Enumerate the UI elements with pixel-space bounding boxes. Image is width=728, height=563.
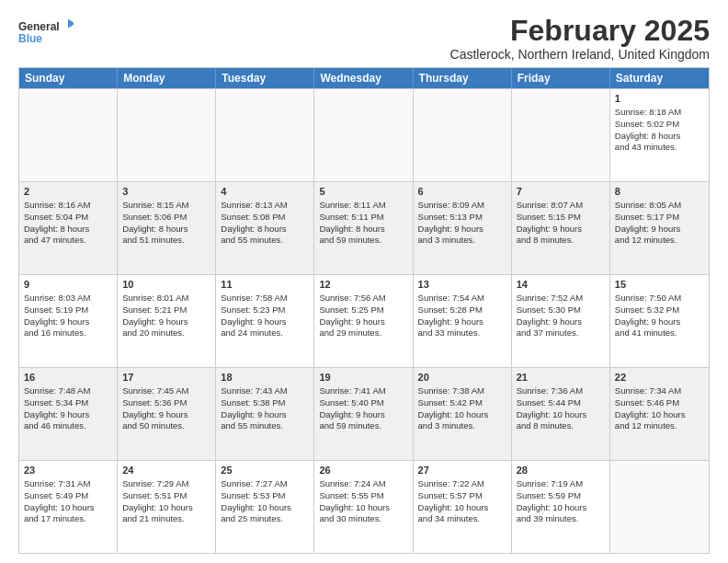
title-block: February 2025 Castlerock, Northern Irela… <box>450 15 710 62</box>
day-info: Daylight: 10 hours <box>319 502 407 514</box>
day-info: Sunrise: 7:50 AM <box>615 293 704 304</box>
day-info: Sunset: 5:40 PM <box>319 397 407 409</box>
day-info: Sunrise: 7:31 AM <box>24 478 112 490</box>
day-info: Sunrise: 8:05 AM <box>615 200 704 212</box>
day-info: Sunset: 5:55 PM <box>319 490 407 502</box>
day-info: Sunrise: 8:03 AM <box>24 293 112 304</box>
day-info: Sunset: 5:59 PM <box>517 490 605 502</box>
empty-cell <box>118 89 216 181</box>
day-info: and 37 minutes. <box>517 327 605 339</box>
day-info: Sunset: 5:28 PM <box>418 304 506 316</box>
day-info: Sunset: 5:42 PM <box>418 397 506 409</box>
day-info: Sunrise: 8:13 AM <box>221 200 309 212</box>
day-info: Sunrise: 7:36 AM <box>517 385 605 397</box>
day-info: and 20 minutes. <box>122 327 210 339</box>
calendar-row: 9Sunrise: 8:03 AMSunset: 5:19 PMDaylight… <box>19 274 709 367</box>
svg-marker-2 <box>68 19 74 29</box>
day-number: 23 <box>24 464 112 477</box>
day-info: Daylight: 8 hours <box>319 224 407 236</box>
day-info: Sunrise: 8:16 AM <box>24 200 112 212</box>
day-info: Sunset: 5:21 PM <box>122 304 210 316</box>
calendar-cell: 10Sunrise: 8:01 AMSunset: 5:21 PMDayligh… <box>118 275 216 367</box>
day-number: 11 <box>221 278 309 292</box>
day-info: Sunrise: 7:43 AM <box>221 385 309 397</box>
empty-cell <box>314 89 413 181</box>
calendar-cell: 17Sunrise: 7:45 AMSunset: 5:36 PMDayligh… <box>118 368 216 460</box>
day-info: Daylight: 9 hours <box>418 224 506 236</box>
day-number: 6 <box>418 185 506 199</box>
day-info: Sunrise: 7:45 AM <box>122 385 210 397</box>
day-number: 8 <box>615 185 704 199</box>
empty-cell <box>610 461 709 553</box>
day-info: and 29 minutes. <box>319 327 407 339</box>
day-info: and 55 minutes. <box>221 420 309 432</box>
calendar-cell: 7Sunrise: 8:07 AMSunset: 5:15 PMDaylight… <box>512 182 610 274</box>
calendar-cell: 9Sunrise: 8:03 AMSunset: 5:19 PMDaylight… <box>19 275 118 367</box>
day-info: Sunrise: 8:07 AM <box>517 200 605 212</box>
day-info: and 12 minutes. <box>615 235 704 247</box>
day-info: Daylight: 8 hours <box>122 224 210 236</box>
calendar-cell: 5Sunrise: 8:11 AMSunset: 5:11 PMDaylight… <box>314 182 413 274</box>
day-number: 15 <box>615 278 704 292</box>
day-info: Sunrise: 7:41 AM <box>319 385 407 397</box>
day-info: Sunset: 5:13 PM <box>418 212 506 224</box>
day-info: Sunrise: 7:54 AM <box>418 293 506 304</box>
day-info: Daylight: 9 hours <box>319 316 407 328</box>
day-info: Daylight: 10 hours <box>517 502 605 514</box>
day-info: Sunrise: 7:27 AM <box>221 478 309 490</box>
day-info: Daylight: 9 hours <box>517 224 605 236</box>
logo-svg: General Blue <box>18 15 74 52</box>
calendar-row: 16Sunrise: 7:48 AMSunset: 5:34 PMDayligh… <box>19 367 709 460</box>
empty-cell <box>216 89 314 181</box>
day-info: Daylight: 9 hours <box>24 409 112 421</box>
day-number: 18 <box>221 371 309 385</box>
day-info: Daylight: 10 hours <box>24 502 112 514</box>
day-number: 7 <box>517 185 605 199</box>
day-info: Sunset: 5:11 PM <box>319 212 407 224</box>
day-info: Sunrise: 7:38 AM <box>418 385 506 397</box>
day-number: 17 <box>122 371 210 385</box>
main-title: February 2025 <box>450 15 710 47</box>
day-number: 28 <box>517 464 605 477</box>
calendar-cell: 12Sunrise: 7:56 AMSunset: 5:25 PMDayligh… <box>314 275 413 367</box>
day-info: Sunset: 5:46 PM <box>615 397 704 409</box>
day-info: Sunset: 5:08 PM <box>221 212 309 224</box>
empty-cell <box>19 89 118 181</box>
day-number: 27 <box>418 464 506 477</box>
calendar-row: 1Sunrise: 8:18 AMSunset: 5:02 PMDaylight… <box>19 88 709 181</box>
day-info: and 24 minutes. <box>221 327 309 339</box>
weekday-header: Sunday <box>19 68 118 88</box>
day-info: and 3 minutes. <box>418 420 506 432</box>
day-info: Sunset: 5:36 PM <box>122 397 210 409</box>
day-number: 21 <box>517 371 605 385</box>
day-info: Daylight: 9 hours <box>517 316 605 328</box>
day-number: 16 <box>24 371 112 385</box>
day-number: 2 <box>24 185 112 199</box>
day-number: 14 <box>517 278 605 292</box>
day-info: Daylight: 9 hours <box>24 316 112 328</box>
day-info: and 51 minutes. <box>122 235 210 247</box>
day-info: and 50 minutes. <box>122 420 210 432</box>
day-number: 4 <box>221 185 309 199</box>
day-info: and 17 minutes. <box>24 513 112 525</box>
day-info: and 21 minutes. <box>122 513 210 525</box>
day-number: 25 <box>221 464 309 477</box>
day-number: 1 <box>615 92 704 106</box>
calendar-row: 23Sunrise: 7:31 AMSunset: 5:49 PMDayligh… <box>19 460 709 553</box>
calendar-cell: 22Sunrise: 7:34 AMSunset: 5:46 PMDayligh… <box>610 368 709 460</box>
day-info: Daylight: 10 hours <box>615 409 704 421</box>
calendar-cell: 6Sunrise: 8:09 AMSunset: 5:13 PMDaylight… <box>414 182 512 274</box>
calendar-cell: 8Sunrise: 8:05 AMSunset: 5:17 PMDaylight… <box>610 182 709 274</box>
day-info: Sunrise: 8:01 AM <box>122 293 210 304</box>
day-info: Daylight: 9 hours <box>122 409 210 421</box>
calendar-cell: 14Sunrise: 7:52 AMSunset: 5:30 PMDayligh… <box>512 275 610 367</box>
day-info: Daylight: 10 hours <box>122 502 210 514</box>
day-number: 22 <box>615 371 704 385</box>
calendar-cell: 2Sunrise: 8:16 AMSunset: 5:04 PMDaylight… <box>19 182 118 274</box>
day-info: Daylight: 9 hours <box>615 316 704 328</box>
day-info: Daylight: 10 hours <box>517 409 605 421</box>
weekday-header: Friday <box>512 68 610 88</box>
day-info: Sunset: 5:49 PM <box>24 490 112 502</box>
day-number: 19 <box>319 371 407 385</box>
calendar-cell: 1Sunrise: 8:18 AMSunset: 5:02 PMDaylight… <box>610 89 709 181</box>
